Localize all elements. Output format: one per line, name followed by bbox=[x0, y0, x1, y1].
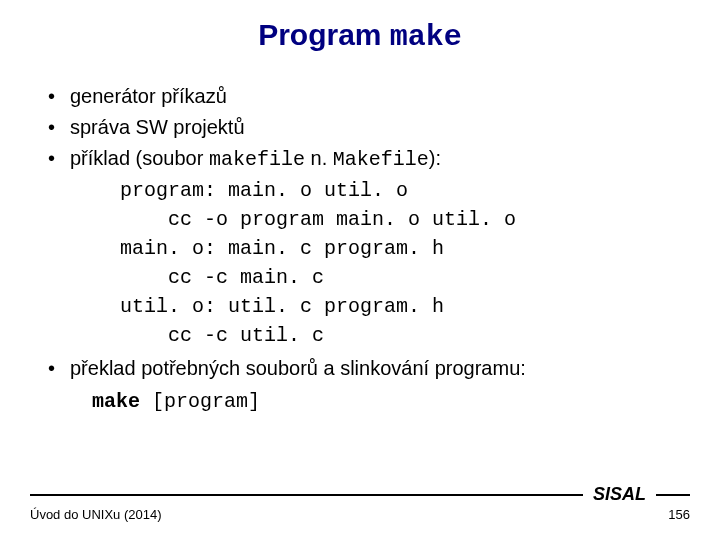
cmd-bold: make bbox=[92, 390, 152, 413]
code-inline: makefile bbox=[209, 148, 305, 171]
title-cmd: make bbox=[390, 20, 462, 54]
cmd-optional: [program] bbox=[152, 390, 260, 413]
footer-sisal: SISAL bbox=[593, 484, 646, 505]
command-line: make [program] bbox=[92, 387, 690, 416]
footer-course: Úvod do UNIXu (2014) bbox=[30, 507, 162, 522]
footer-rule-left bbox=[30, 494, 583, 496]
list-item: správa SW projektů bbox=[48, 113, 690, 142]
list-item: překlad potřebných souborů a slinkování … bbox=[48, 354, 690, 383]
slide-title: Program make bbox=[30, 18, 690, 54]
slide-footer: SISAL Úvod do UNIXu (2014) 156 bbox=[30, 484, 690, 522]
list-item: generátor příkazů bbox=[48, 82, 690, 111]
bullet-text: ): bbox=[429, 147, 441, 169]
bullet-list: překlad potřebných souborů a slinkování … bbox=[30, 354, 690, 383]
makefile-code: program: main. o util. o cc -o program m… bbox=[120, 176, 690, 350]
footer-page-number: 156 bbox=[668, 507, 690, 522]
bullet-text: správa SW projektů bbox=[70, 116, 245, 138]
bullet-text: příklad (soubor bbox=[70, 147, 209, 169]
title-prefix: Program bbox=[258, 18, 390, 51]
list-item: příklad (soubor makefile n. Makefile): bbox=[48, 144, 690, 174]
bullet-text: generátor příkazů bbox=[70, 85, 227, 107]
bullet-text: překlad potřebných souborů a slinkování … bbox=[70, 357, 526, 379]
footer-rule-right bbox=[656, 494, 690, 496]
bullet-text: n. bbox=[305, 147, 333, 169]
footer-rule: SISAL bbox=[30, 484, 690, 505]
code-inline: Makefile bbox=[333, 148, 429, 171]
slide-content: generátor příkazů správa SW projektů pří… bbox=[30, 82, 690, 416]
bullet-list: generátor příkazů správa SW projektů pří… bbox=[30, 82, 690, 174]
footer-bottom: Úvod do UNIXu (2014) 156 bbox=[30, 507, 690, 522]
